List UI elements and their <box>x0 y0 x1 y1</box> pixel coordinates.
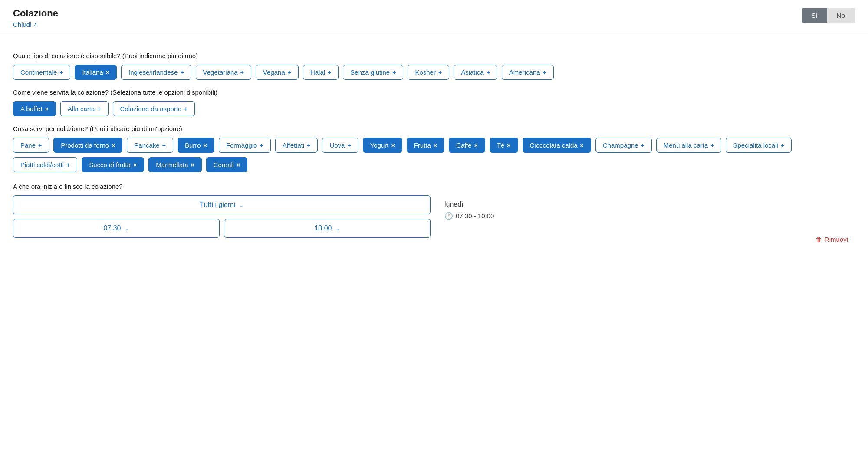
tag-label-pane: Pane <box>20 142 36 149</box>
tag-icon-burro: × <box>204 142 207 149</box>
content-area: Quale tipo di colazione è disponibile? (… <box>0 33 868 259</box>
tag-marmellata[interactable]: Marmellata× <box>148 157 201 172</box>
tag-label-italiana: Italiana <box>82 69 103 76</box>
tag-continentale[interactable]: Continentale+ <box>13 65 70 80</box>
tag-label-marmellata: Marmellata <box>156 161 188 168</box>
tag-caffe[interactable]: Caffè× <box>449 138 485 153</box>
tag-label-uova: Uova <box>329 142 345 149</box>
tag-icon-specialitalocali: + <box>781 142 784 149</box>
tag-allacarta[interactable]: Alla carta+ <box>60 101 108 116</box>
question2-section: Come viene servita la colazione? (Selezi… <box>13 89 855 116</box>
tag-italiana[interactable]: Italiana× <box>75 65 117 80</box>
tag-label-pancake: Pancake <box>134 142 159 149</box>
section-title: Colazione <box>13 8 58 19</box>
tag-cereali[interactable]: Cereali× <box>206 157 248 172</box>
remove-button[interactable]: 🗑 Rimuovi <box>815 236 848 243</box>
tag-icon-italiana: × <box>106 69 109 76</box>
tag-formaggio[interactable]: Formaggio+ <box>219 138 271 153</box>
tag-piatticaldi[interactable]: Piatti caldi/cotti+ <box>13 157 77 172</box>
tag-label-asiatica: Asiatica <box>461 69 484 76</box>
tag-asporto[interactable]: Colazione da asporto+ <box>113 101 195 116</box>
end-time-input[interactable]: 10:00 ⌄ <box>224 219 431 238</box>
tag-label-piatticaldi: Piatti caldi/cotti <box>20 161 64 168</box>
header-left: Colazione Chiudi ∧ <box>13 8 58 28</box>
tag-icon-marmellata: × <box>191 161 194 168</box>
question3-label: Cosa servi per colazione? (Puoi indicare… <box>13 125 855 132</box>
tag-icon-continentale: + <box>59 69 63 76</box>
question4-label: A che ora inizia e finisce la colazione? <box>13 183 855 190</box>
tag-label-kosher: Kosher <box>415 69 436 76</box>
tag-americana[interactable]: Americana+ <box>502 65 554 80</box>
time-display: 🕐 07:30 - 10:00 <box>444 212 848 220</box>
question2-tags: A buffet×Alla carta+Colazione da asporto… <box>13 101 855 116</box>
tag-affettati[interactable]: Affettati+ <box>275 138 318 153</box>
time-left: Tutti i giorni ⌄ 07:30 ⌄ 10:00 ⌄ <box>13 195 431 248</box>
tag-champagne[interactable]: Champagne+ <box>595 138 652 153</box>
tag-specialitalocali[interactable]: Specialità locali+ <box>726 138 792 153</box>
tag-label-caffe: Caffè <box>456 142 472 149</box>
chevron-down-icon-start: ⌄ <box>125 225 129 232</box>
tag-label-frutta: Frutta <box>414 142 431 149</box>
tag-halal[interactable]: Halal+ <box>303 65 339 80</box>
tag-cioccolatacalda[interactable]: Cioccolata calda× <box>523 138 591 153</box>
time-right: lunedì 🕐 07:30 - 10:00 🗑 Rimuovi <box>437 195 855 248</box>
chevron-down-icon-end: ⌄ <box>335 225 340 232</box>
tag-label-prodottidaforno: Prodotti da forno <box>61 142 109 149</box>
question3-tags: Pane+Prodotti da forno×Pancake+Burro×For… <box>13 138 855 172</box>
tag-pane[interactable]: Pane+ <box>13 138 49 153</box>
tag-menuallacarta[interactable]: Menù alla carta+ <box>656 138 722 153</box>
tag-uova[interactable]: Uova+ <box>322 138 358 153</box>
tag-burro[interactable]: Burro× <box>178 138 214 153</box>
tag-vegetariana[interactable]: Vegetariana+ <box>196 65 251 80</box>
start-time-input[interactable]: 07:30 ⌄ <box>13 219 220 238</box>
tag-label-affettati: Affettati <box>283 142 305 149</box>
tag-icon-succodifrutta: × <box>133 161 137 168</box>
time-grid: Tutti i giorni ⌄ 07:30 ⌄ 10:00 ⌄ <box>13 195 855 248</box>
tag-yogurt[interactable]: Yogurt× <box>363 138 402 153</box>
page-wrapper: Colazione Chiudi ∧ Sì No Quale tipo di c… <box>0 0 868 464</box>
tag-icon-americana: + <box>543 69 546 76</box>
tag-label-senzaglutine: Senza glutine <box>350 69 390 76</box>
tag-icon-allacarta: + <box>97 105 101 112</box>
tag-label-specialitalocali: Specialità locali <box>733 142 778 149</box>
all-days-select[interactable]: Tutti i giorni ⌄ <box>13 195 431 214</box>
tag-inglese[interactable]: Inglese/irlandese+ <box>121 65 191 80</box>
tag-icon-yogurt: × <box>391 142 395 149</box>
no-button[interactable]: No <box>827 8 855 23</box>
question3-section: Cosa servi per colazione? (Puoi indicare… <box>13 125 855 172</box>
tag-label-burro: Burro <box>185 142 201 149</box>
tag-icon-pane: + <box>38 142 42 149</box>
tag-icon-asiatica: + <box>487 69 490 76</box>
tag-icon-champagne: + <box>641 142 644 149</box>
tag-frutta[interactable]: Frutta× <box>407 138 444 153</box>
tag-prodottidaforno[interactable]: Prodotti da forno× <box>53 138 122 153</box>
chevron-up-icon: ∧ <box>33 21 38 28</box>
trash-icon: 🗑 <box>815 236 822 243</box>
tag-icon-te: × <box>507 142 510 149</box>
tag-te[interactable]: Tè× <box>490 138 518 153</box>
tag-vegana[interactable]: Vegana+ <box>256 65 299 80</box>
question1-label: Quale tipo di colazione è disponibile? (… <box>13 52 855 59</box>
tag-senzaglutine[interactable]: Senza glutine+ <box>343 65 403 80</box>
question1-section: Quale tipo di colazione è disponibile? (… <box>13 52 855 80</box>
tag-label-vegetariana: Vegetariana <box>203 69 238 76</box>
tag-icon-kosher: + <box>438 69 442 76</box>
tag-kosher[interactable]: Kosher+ <box>408 65 449 80</box>
tag-label-continentale: Continentale <box>20 69 57 76</box>
tag-icon-frutta: × <box>434 142 437 149</box>
tag-icon-inglese: + <box>180 69 184 76</box>
tag-icon-caffe: × <box>474 142 478 149</box>
si-button[interactable]: Sì <box>802 8 827 23</box>
tag-pancake[interactable]: Pancake+ <box>127 138 173 153</box>
question4-section: A che ora inizia e finisce la colazione?… <box>13 183 855 248</box>
tag-asiatica[interactable]: Asiatica+ <box>454 65 497 80</box>
tag-label-allacarta: Alla carta <box>68 105 95 112</box>
tag-label-formaggio: Formaggio <box>226 142 257 149</box>
tag-icon-buffet: × <box>45 105 49 112</box>
tag-label-americana: Americana <box>509 69 540 76</box>
tag-buffet[interactable]: A buffet× <box>13 101 56 116</box>
tag-succodifrutta[interactable]: Succo di frutta× <box>82 157 144 172</box>
tag-icon-cioccolatacalda: × <box>580 142 584 149</box>
tag-icon-halal: + <box>328 69 331 76</box>
chiudi-button[interactable]: Chiudi ∧ <box>13 21 38 28</box>
